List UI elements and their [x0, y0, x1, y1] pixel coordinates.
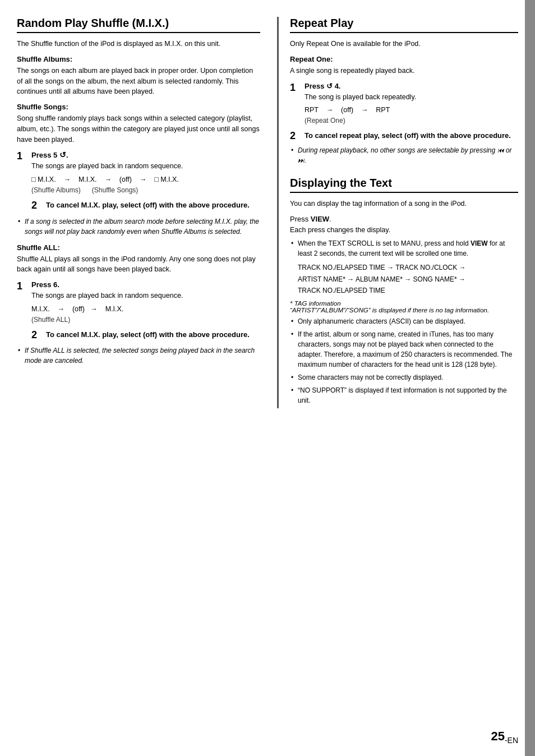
repeat-one-heading: Repeat One: [290, 55, 518, 63]
step2a-number: 2 [31, 200, 41, 212]
asterisk-text: “ARTIST”/“ALBUM”/“SONG” is displayed if … [290, 307, 489, 314]
view-label: VIEW [311, 215, 329, 223]
flow1a-labels: (Shuffle Albums) (Shuffle Songs) [31, 186, 260, 194]
step1a-container: 1 Press 5 ↺. The songs are played back i… [17, 150, 260, 194]
bullet1a: If a song is selected in the album searc… [17, 216, 260, 237]
flow1b-label: (Shuffle ALL) [31, 316, 260, 324]
display-section: Displaying the Text You can display the … [290, 177, 518, 405]
step1r-desc: The song is played back repeatedly. [305, 92, 518, 103]
left-section-title: Random Play Shuffle (M.I.X.) [17, 17, 260, 33]
flow1r: RPT → (off) → RPT [305, 104, 518, 116]
step2a-block: 2 To cancel M.I.X. play, select (off) wi… [31, 200, 260, 212]
bullet-view1: When the TEXT SCROLL is set to MANU, pre… [290, 238, 518, 296]
press-period: . [329, 215, 331, 223]
step1b-container: 1 Press 6. The songs are played back in … [17, 280, 260, 324]
step2r-block: 2 To cancel repeat play, select (off) wi… [290, 130, 518, 142]
shuffle-songs-text: Song shuffle randomly plays back songs w… [17, 113, 260, 145]
step1a-number: 1 [17, 150, 27, 163]
display-title: Displaying the Text [290, 177, 518, 193]
step1a-content: Press 5 ↺. The songs are played back in … [31, 150, 260, 194]
shuffle-albums-heading: Shuffle Albums: [17, 55, 260, 63]
bullet1r: During repeat playback, no other songs a… [290, 145, 518, 165]
flow1a: □ M.I.X. → M.I.X. → (off) → □ M.I.X. [31, 174, 260, 185]
step1r-content: Press ↺ 4. The song is played back repea… [305, 82, 518, 125]
step1r-container: 1 Press ↺ 4. The song is played back rep… [290, 82, 518, 125]
shuffle-albums-text: The songs on each album are played back … [17, 66, 260, 97]
page-number: 25-EN [491, 729, 518, 745]
step2a-text: To cancel M.I.X. play, select (off) with… [46, 200, 250, 211]
shuffle-songs-section: Shuffle Songs: Song shuffle randomly pla… [17, 103, 260, 145]
step1b-desc: The songs are played back in random sequ… [31, 291, 260, 301]
step2r-number: 2 [290, 130, 300, 142]
shuffle-all-section: Shuffle ALL: Shuffle ALL plays all songs… [17, 243, 260, 275]
step1b-action: Press 6. [31, 280, 260, 289]
flow1b: M.I.X. → (off) → M.I.X. [31, 303, 260, 315]
asterisk-note: * TAG information “ARTIST”/“ALBUM”/“SONG… [290, 300, 518, 314]
shuffle-albums-section: Shuffle Albums: The songs on each album … [17, 55, 260, 97]
press-label: Press [290, 215, 311, 223]
step1b-content: Press 6. The songs are played back in ra… [31, 280, 260, 324]
left-column: Random Play Shuffle (M.I.X.) The Shuffle… [17, 17, 260, 408]
bullet5: “NO SUPPORT” is displayed if text inform… [290, 385, 518, 405]
repeat-intro: Only Repeat One is available for the iPo… [290, 39, 518, 49]
bullet3: If the artist, album or song name, creat… [290, 329, 518, 370]
step2r-text: To cancel repeat play, select (off) with… [305, 130, 511, 141]
left-intro: The Shuffle function of the iPod is disp… [17, 39, 260, 49]
step2b-number: 2 [31, 329, 41, 342]
repeat-one-text: A single song is repeatedly played back. [290, 66, 518, 76]
bullet4: Some characters may not be correctly dis… [290, 372, 518, 382]
press-view-block: Press VIEW. Each press changes the displ… [290, 215, 518, 236]
right-sidebar-decoration [525, 0, 535, 756]
track-flow: TRACK NO./ELAPSED TIME → TRACK NO./CLOCK… [298, 262, 518, 296]
step2b-text: To cancel M.I.X. play, select (off) with… [46, 329, 250, 340]
step2b-block: 2 To cancel M.I.X. play, select (off) wi… [31, 329, 260, 342]
step1a-desc: The songs are played back in random sequ… [31, 161, 260, 172]
display-intro: You can display the tag information of a… [290, 199, 518, 209]
right-column: Repeat Play Only Repeat One is available… [277, 17, 518, 408]
step1b-number: 1 [17, 280, 27, 293]
shuffle-songs-heading: Shuffle Songs: [17, 103, 260, 111]
repeat-title: Repeat Play [290, 17, 518, 33]
step1r-number: 1 [290, 82, 300, 94]
step1r-action: Press ↺ 4. [305, 82, 518, 90]
flow1r-label: (Repeat One) [305, 117, 518, 125]
shuffle-all-heading: Shuffle ALL: [17, 243, 260, 252]
bullet2: Only alphanumeric characters (ASCII) can… [290, 316, 518, 326]
press-view-desc: Each press changes the display. [290, 225, 518, 236]
step1a-action: Press 5 ↺. [31, 150, 260, 159]
bullet1b: If Shuffle ALL is selected, the selected… [17, 345, 260, 366]
repeat-one-section: Repeat One: A single song is repeatedly … [290, 55, 518, 76]
shuffle-all-text: Shuffle ALL plays all songs in the iPod … [17, 254, 260, 275]
